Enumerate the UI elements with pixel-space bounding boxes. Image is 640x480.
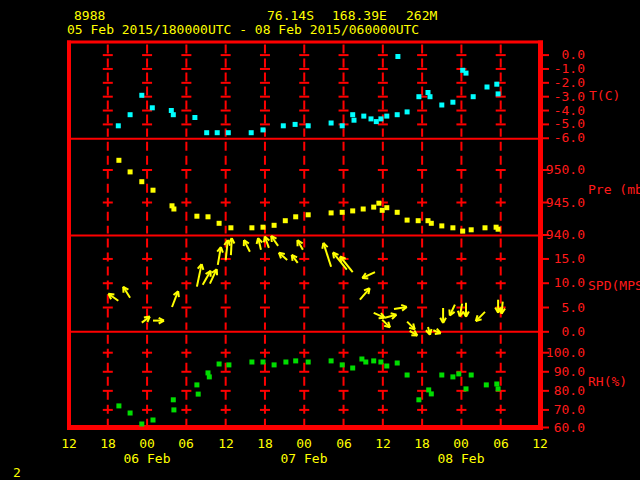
x-tick-label: 00 xyxy=(289,436,319,451)
relative_humidity-tick-label: 60.0 xyxy=(535,421,585,435)
x-date-label: 06 Feb xyxy=(115,451,179,466)
x-tick-label: 12 xyxy=(54,436,84,451)
pressure-tick-label: 950.0 xyxy=(535,163,585,177)
x-tick-label: 18 xyxy=(407,436,437,451)
x-tick-label: 00 xyxy=(446,436,476,451)
temperature-tick-label: -5.0 xyxy=(535,117,585,131)
x-date-label: 07 Feb xyxy=(272,451,336,466)
x-tick-label: 06 xyxy=(171,436,201,451)
station-longitude: 168.39E xyxy=(332,8,387,23)
wind_speed-tick-label: 5.0 xyxy=(535,301,585,315)
temperature-tick-label: -3.0 xyxy=(535,90,585,104)
x-tick-label: 06 xyxy=(486,436,516,451)
x-tick-label: 18 xyxy=(93,436,123,451)
relative_humidity-tick-label: 100.0 xyxy=(535,346,585,360)
x-tick-label: 12 xyxy=(368,436,398,451)
humidity-axis-label: RH(%) xyxy=(588,374,627,389)
x-tick-label: 12 xyxy=(525,436,555,451)
wind-speed-axis-label: SPD(MPS) xyxy=(588,278,640,293)
meteogram-screen: 8988 76.14S 168.39E 262M 05 Feb 2015/180… xyxy=(0,0,640,480)
pressure-tick-label: 945.0 xyxy=(535,196,585,210)
time-range: 05 Feb 2015/180000UTC - 08 Feb 2015/0600… xyxy=(67,22,419,37)
x-date-label: 08 Feb xyxy=(429,451,493,466)
wind_speed-tick-label: 10.0 xyxy=(535,276,585,290)
wind-vectors xyxy=(108,236,505,336)
station-elevation: 262M xyxy=(406,8,437,23)
x-tick-label: 00 xyxy=(132,436,162,451)
wind_speed-tick-label: 15.0 xyxy=(535,252,585,266)
temperature-tick-label: 0.0 xyxy=(535,48,585,62)
page-number: 2 xyxy=(13,465,21,480)
station-latitude: 76.14S xyxy=(267,8,314,23)
temperature-tick-label: -1.0 xyxy=(535,62,585,76)
temperature-axis-label: T(C) xyxy=(589,88,620,103)
pressure-tick-label: 940.0 xyxy=(535,228,585,242)
x-tick-label: 18 xyxy=(250,436,280,451)
station-id: 8988 xyxy=(74,8,105,23)
temperature-tick-label: -6.0 xyxy=(535,131,585,145)
relative_humidity-tick-label: 90.0 xyxy=(535,365,585,379)
relative_humidity-tick-label: 70.0 xyxy=(535,403,585,417)
temperature-tick-label: -2.0 xyxy=(535,76,585,90)
wind_speed-tick-label: 0.0 xyxy=(535,325,585,339)
x-tick-label: 12 xyxy=(211,436,241,451)
pressure-axis-label: Pre (mb) xyxy=(588,182,640,197)
x-tick-label: 06 xyxy=(329,436,359,451)
temperature-points xyxy=(116,54,501,135)
relative_humidity-tick-label: 80.0 xyxy=(535,384,585,398)
